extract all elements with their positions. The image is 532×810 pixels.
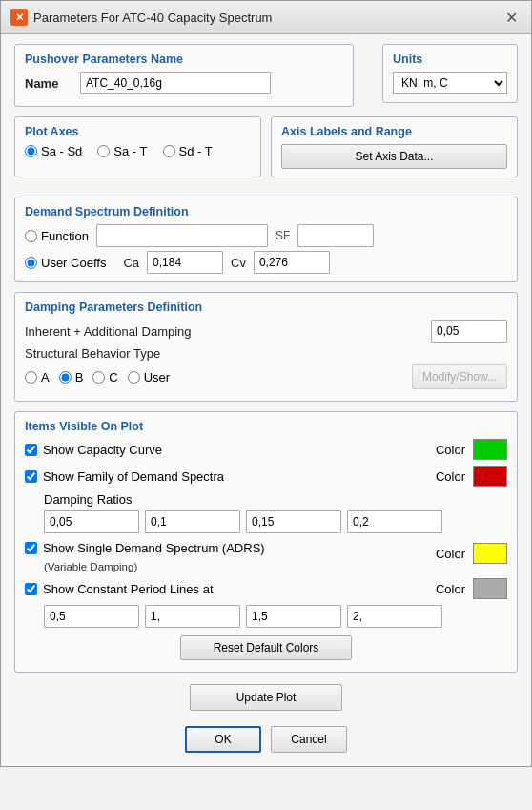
radio-sa-sd[interactable]: Sa - Sd <box>25 144 82 158</box>
ca-input[interactable] <box>147 251 223 274</box>
constant-period-checkbox-label[interactable]: Show Constant Period Lines at <box>25 582 214 596</box>
damping-section-header: Damping Parameters Definition <box>25 301 507 314</box>
plot-axes-header: Plot Axes <box>25 125 251 138</box>
single-demand-label: Show Single Demand Spectrum (ADRS) <box>43 541 265 555</box>
demand-section-header: Demand Spectrum Definition <box>25 205 507 218</box>
sd-t-label: Sd - T <box>179 144 213 158</box>
period-color-label: Color <box>436 582 465 596</box>
app-icon: ✕ <box>10 9 28 26</box>
main-window: ✕ Parameters For ATC-40 Capacity Spectru… <box>0 0 532 767</box>
capacity-color-label: Color <box>436 443 465 457</box>
units-section-header: Units <box>393 52 507 66</box>
sa-sd-label: Sa - Sd <box>41 144 82 158</box>
radio-b[interactable]: B <box>59 370 84 384</box>
damping-ratio-3[interactable] <box>246 510 341 533</box>
period-input-1[interactable] <box>44 605 139 628</box>
radio-user[interactable]: User <box>128 370 170 384</box>
set-axis-data-button[interactable]: Set Axis Data... <box>281 144 507 169</box>
family-color-box[interactable] <box>473 466 507 487</box>
structural-b-label: B <box>75 370 84 384</box>
radio-sa-t[interactable]: Sa - T <box>97 144 147 158</box>
single-demand-checkbox-label[interactable]: Show Single Demand Spectrum (ADRS) <box>25 541 265 555</box>
window-title: Parameters For ATC-40 Capacity Spectrum <box>33 10 272 25</box>
damping-ratio-4[interactable] <box>347 510 442 533</box>
radio-c[interactable]: C <box>92 370 117 384</box>
close-button[interactable]: ✕ <box>501 7 522 28</box>
reset-default-colors-button[interactable]: Reset Default Colors <box>180 635 352 660</box>
user-coeffs-label: User Coeffs <box>41 256 106 270</box>
sf-label: SF <box>276 229 290 242</box>
sf-input[interactable] <box>297 224 374 247</box>
radio-user-coeffs[interactable]: User Coeffs <box>25 256 106 270</box>
single-color-box[interactable] <box>473 543 507 564</box>
single-demand-sub: (Variable Damping) <box>44 561 137 572</box>
period-input-4[interactable] <box>347 605 442 628</box>
name-label: Name <box>25 76 72 91</box>
inherent-input[interactable] <box>431 320 507 343</box>
capacity-curve-label: Show Capacity Curve <box>43 443 162 457</box>
update-plot-button[interactable]: Update Plot <box>190 684 342 711</box>
period-input-2[interactable] <box>145 605 240 628</box>
ca-label: Ca <box>123 256 139 270</box>
inherent-label: Inherent + Additional Damping <box>25 324 192 339</box>
title-bar: ✕ Parameters For ATC-40 Capacity Spectru… <box>1 1 531 34</box>
capacity-color-box[interactable] <box>473 439 507 460</box>
function-label: Function <box>41 229 89 243</box>
radio-function[interactable]: Function <box>25 229 89 243</box>
damping-ratios-label: Damping Ratios <box>44 492 133 507</box>
single-color-label: Color <box>436 547 465 561</box>
name-input[interactable] <box>80 72 271 94</box>
modify-show-button[interactable]: Modify/Show... <box>412 364 507 389</box>
period-color-box[interactable] <box>473 578 507 599</box>
axis-labels-header: Axis Labels and Range <box>281 125 507 138</box>
items-section-header: Items Visible On Plot <box>25 420 507 433</box>
radio-sd-t[interactable]: Sd - T <box>163 144 213 158</box>
capacity-curve-checkbox-label[interactable]: Show Capacity Curve <box>25 443 162 457</box>
family-color-label: Color <box>436 469 465 484</box>
family-demand-checkbox[interactable] <box>25 470 37 483</box>
capacity-curve-row: Show Capacity Curve Color <box>25 439 507 460</box>
pushover-section-header: Pushover Parameters Name <box>25 52 343 66</box>
structural-c-label: C <box>109 370 117 384</box>
single-demand-row: Show Single Demand Spectrum (ADRS) (Vari… <box>25 541 507 572</box>
cv-input[interactable] <box>254 251 330 274</box>
sa-t-label: Sa - T <box>113 144 147 158</box>
structural-label: Structural Behavior Type <box>25 346 160 361</box>
structural-user-label: User <box>144 370 170 384</box>
constant-period-checkbox[interactable] <box>25 583 37 595</box>
family-demand-checkbox-label[interactable]: Show Family of Demand Spectra <box>25 469 224 484</box>
structural-a-label: A <box>41 370 50 384</box>
ok-button[interactable]: OK <box>185 726 261 753</box>
family-demand-label: Show Family of Demand Spectra <box>43 469 224 484</box>
single-demand-checkbox[interactable] <box>25 542 37 554</box>
capacity-curve-checkbox[interactable] <box>25 444 37 456</box>
damping-ratio-2[interactable] <box>145 510 240 533</box>
cv-label: Cv <box>231 256 246 270</box>
cancel-button[interactable]: Cancel <box>271 726 347 753</box>
constant-period-label: Show Constant Period Lines at <box>43 582 214 596</box>
period-input-3[interactable] <box>246 605 341 628</box>
constant-period-row: Show Constant Period Lines at Color <box>25 578 507 599</box>
radio-a[interactable]: A <box>25 370 50 384</box>
units-select[interactable]: KN, m, C KN, cm, C N, m, C <box>393 72 507 94</box>
function-input[interactable] <box>96 224 268 247</box>
family-demand-row: Show Family of Demand Spectra Color <box>25 466 507 487</box>
damping-ratio-1[interactable] <box>44 510 139 533</box>
